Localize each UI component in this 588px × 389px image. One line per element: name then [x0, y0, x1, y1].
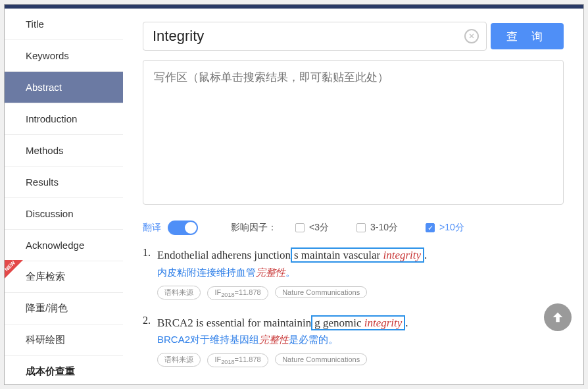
sidebar-item-discussion[interactable]: Discussion	[5, 198, 123, 230]
if-tag[interactable]: IF2018=11.878	[207, 353, 268, 367]
if-option-3to10[interactable]: 3-10分	[356, 222, 398, 234]
checkbox-label: 3-10分	[370, 222, 398, 234]
sidebar-item-plot[interactable]: 科研绘图	[5, 324, 123, 356]
translate-label: 翻译	[143, 222, 161, 234]
if-option-lt3[interactable]: <3分	[295, 222, 329, 234]
impact-factor-label: 影响因子：	[231, 222, 277, 234]
checkbox-label: >10分	[439, 222, 464, 234]
highlight-box: s maintain vascular integrity	[291, 247, 424, 263]
result-number: 1.	[143, 247, 157, 300]
sidebar-item-keywords[interactable]: Keywords	[5, 40, 123, 72]
source-tag[interactable]: 语料来源	[157, 286, 201, 299]
result-item[interactable]: 2. BRCA2 is essential for maintaining ge…	[143, 315, 564, 368]
sidebar: Title Keywords Abstract Introduction Met…	[5, 9, 123, 384]
sidebar-item-methods[interactable]: Methods	[5, 135, 123, 167]
if-option-gt10[interactable]: ✓ >10分	[426, 222, 464, 234]
result-number: 2.	[143, 315, 157, 368]
sidebar-item-introduction[interactable]: Introduction	[5, 103, 123, 135]
result-text: Endothelial adherens junctions maintain …	[157, 247, 564, 264]
keyword-highlight: 完整性	[259, 334, 289, 345]
result-translation: 内皮粘附连接维持血管完整性。	[157, 267, 564, 279]
sidebar-item-results[interactable]: Results	[5, 167, 123, 198]
sidebar-item-abstract[interactable]: Abstract	[5, 72, 123, 103]
result-tags: 语料来源 IF2018=11.878 Nature Communications	[157, 353, 564, 367]
checkbox-icon	[295, 223, 305, 232]
sidebar-item-label: 全库检索	[26, 271, 65, 283]
translate-toggle[interactable]	[168, 220, 198, 235]
keyword-highlight: integrity	[383, 249, 422, 261]
checkbox-label: <3分	[309, 222, 329, 234]
source-tag[interactable]: 语料来源	[157, 353, 201, 367]
scroll-top-button[interactable]	[544, 303, 572, 331]
checkbox-icon	[356, 223, 366, 232]
results-list: 1. Endothelial adherens junctions mainta…	[143, 247, 564, 367]
journal-tag[interactable]: Nature Communications	[275, 286, 367, 298]
result-item[interactable]: 1. Endothelial adherens junctions mainta…	[143, 247, 564, 300]
filter-row: 翻译 影响因子： <3分 3-10分 ✓ >10分	[143, 220, 564, 235]
sidebar-item-acknowledge[interactable]: Acknowledge	[5, 230, 123, 261]
journal-tag[interactable]: Nature Communications	[275, 353, 367, 365]
keyword-highlight: 完整性	[256, 267, 285, 278]
arrow-up-icon	[551, 310, 565, 324]
sidebar-item-plagiarism[interactable]: 成本价查重	[5, 356, 123, 385]
sidebar-item-title[interactable]: Title	[5, 9, 123, 40]
search-input[interactable]	[143, 22, 487, 51]
highlight-box: g genomic integrity	[311, 315, 405, 330]
if-tag[interactable]: IF2018=11.878	[207, 286, 268, 300]
write-area[interactable]	[143, 60, 564, 205]
keyword-highlight: integrity	[364, 317, 403, 329]
result-tags: 语料来源 IF2018=11.878 Nature Communications	[157, 286, 564, 300]
checkbox-icon: ✓	[426, 223, 435, 232]
result-text: BRCA2 is essential for maintaining genom…	[157, 315, 564, 332]
sidebar-item-rewrite[interactable]: 降重/润色	[5, 293, 123, 324]
result-translation: BRCA2对于维持基因组完整性是必需的。	[157, 334, 564, 346]
main-area: ✕ 查 询 翻译 影响因子： <3分 3-10分 ✓ >10分	[123, 9, 583, 384]
sidebar-item-fullsearch[interactable]: NEW 全库检索	[5, 261, 123, 293]
query-button[interactable]: 查 询	[491, 23, 564, 49]
